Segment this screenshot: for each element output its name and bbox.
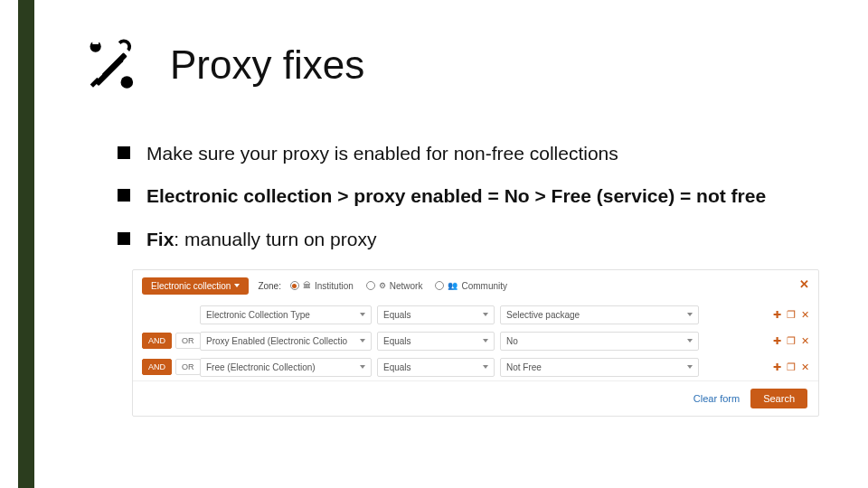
value-value: Selective package — [506, 310, 580, 320]
bullet-3: Fix: manually turn on proxy — [118, 227, 832, 251]
chevron-down-icon — [360, 365, 365, 369]
chevron-down-icon — [483, 365, 488, 369]
bullet-1: Make sure your proxy is enabled for non-… — [118, 141, 832, 165]
remove-icon[interactable]: ✕ — [801, 361, 809, 373]
svg-rect-2 — [92, 41, 99, 44]
entity-selector[interactable]: Electronic collection — [142, 277, 249, 295]
logic-group: AND OR — [142, 333, 194, 349]
community-icon: 👥 — [448, 281, 458, 290]
advanced-search-form: ✕ Electronic collection Zone: 🏛 Institut… — [132, 269, 819, 417]
radio-icon — [366, 281, 375, 290]
bullet-text-bold: Fix — [146, 229, 174, 249]
clear-form-link[interactable]: Clear form — [693, 393, 740, 404]
operator-select[interactable]: Equals — [377, 358, 495, 377]
entity-label: Electronic collection — [151, 281, 231, 291]
add-icon[interactable]: ✚ — [773, 361, 781, 373]
svg-point-3 — [121, 76, 134, 89]
zone-option-community[interactable]: 👥 Community — [435, 281, 507, 291]
zone-option-institution[interactable]: 🏛 Institution — [290, 281, 354, 291]
duplicate-icon[interactable]: ❐ — [787, 361, 796, 373]
zone-option-network[interactable]: ⚙ Network — [366, 281, 423, 291]
field-select[interactable]: Free (Electronic Collection) — [200, 358, 372, 377]
operator-value: Equals — [383, 362, 411, 372]
and-button[interactable]: AND — [142, 359, 172, 375]
slide-title: Proxy fixes — [170, 42, 364, 88]
value-select[interactable]: No — [500, 332, 699, 351]
chevron-down-icon — [687, 339, 693, 343]
svg-rect-4 — [101, 52, 127, 78]
value-value: No — [506, 336, 518, 346]
close-icon[interactable]: ✕ — [799, 277, 809, 291]
bullet-text: Fix: manually turn on proxy — [146, 227, 832, 251]
operator-select[interactable]: Equals — [377, 332, 495, 351]
bullet-list: Make sure your proxy is enabled for non-… — [118, 141, 832, 251]
value-select[interactable]: Selective package — [500, 305, 699, 324]
network-icon: ⚙ — [379, 281, 386, 290]
row-actions: ✚ ❐ ✕ — [773, 309, 809, 321]
slide-content: Proxy fixes Make sure your proxy is enab… — [81, 34, 832, 417]
criteria-row: AND OR Free (Electronic Collection) Equa… — [133, 354, 818, 380]
field-select[interactable]: Proxy Enabled (Electronic Collectio — [200, 332, 372, 351]
zone-option-label: Institution — [315, 281, 354, 291]
chevron-down-icon — [360, 313, 365, 316]
criteria-row: AND OR Proxy Enabled (Electronic Collect… — [133, 328, 818, 354]
slide-accent-stripe — [18, 0, 34, 488]
bullet-text: Make sure your proxy is enabled for non-… — [146, 141, 832, 165]
form-header: Electronic collection Zone: 🏛 Institutio… — [133, 270, 818, 302]
form-footer: Clear form Search — [133, 380, 818, 416]
bullet-text-bold: Electronic collection > proxy enabled = … — [146, 185, 766, 206]
zone-radio-group: 🏛 Institution ⚙ Network 👥 Community — [290, 281, 507, 291]
remove-icon[interactable]: ✕ — [801, 309, 809, 321]
bullet-2: Electronic collection > proxy enabled = … — [118, 183, 832, 208]
add-icon[interactable]: ✚ — [773, 335, 781, 347]
field-value: Electronic Collection Type — [206, 310, 310, 320]
value-value: Not Free — [506, 362, 542, 372]
operator-select[interactable]: Equals — [377, 305, 495, 324]
chevron-down-icon — [360, 339, 365, 343]
chevron-down-icon — [687, 365, 693, 369]
logic-group: AND OR — [142, 359, 194, 375]
duplicate-icon[interactable]: ❐ — [787, 335, 796, 347]
or-button[interactable]: OR — [175, 333, 201, 349]
title-row: Proxy fixes — [81, 34, 832, 96]
remove-icon[interactable]: ✕ — [801, 335, 809, 347]
zone-option-label: Community — [461, 281, 507, 291]
chevron-down-icon — [234, 284, 240, 287]
duplicate-icon[interactable]: ❐ — [787, 309, 796, 321]
bullet-marker — [118, 189, 130, 202]
zone-label: Zone: — [258, 281, 281, 291]
and-button[interactable]: AND — [142, 333, 172, 349]
bullet-marker — [118, 146, 130, 159]
bullet-text-rest: : manually turn on proxy — [174, 229, 376, 249]
search-button[interactable]: Search — [750, 389, 807, 408]
field-value: Proxy Enabled (Electronic Collectio — [206, 336, 347, 346]
radio-icon — [435, 281, 444, 290]
value-select[interactable]: Not Free — [500, 358, 699, 377]
field-value: Free (Electronic Collection) — [206, 362, 316, 372]
criteria-row: Electronic Collection Type Equals Select… — [133, 302, 818, 328]
row-actions: ✚ ❐ ✕ — [773, 361, 809, 373]
bullet-text: Electronic collection > proxy enabled = … — [146, 183, 832, 208]
chevron-down-icon — [687, 313, 693, 316]
operator-value: Equals — [383, 310, 411, 320]
add-icon[interactable]: ✚ — [773, 309, 781, 321]
operator-value: Equals — [383, 336, 411, 346]
chevron-down-icon — [483, 339, 488, 343]
institution-icon: 🏛 — [303, 281, 311, 290]
chevron-down-icon — [483, 313, 488, 316]
radio-icon — [290, 281, 299, 290]
or-button[interactable]: OR — [175, 359, 201, 375]
row-actions: ✚ ❐ ✕ — [773, 335, 809, 347]
zone-option-label: Network — [390, 281, 423, 291]
tools-icon — [81, 34, 143, 96]
field-select[interactable]: Electronic Collection Type — [200, 305, 372, 324]
bullet-marker — [118, 232, 130, 245]
